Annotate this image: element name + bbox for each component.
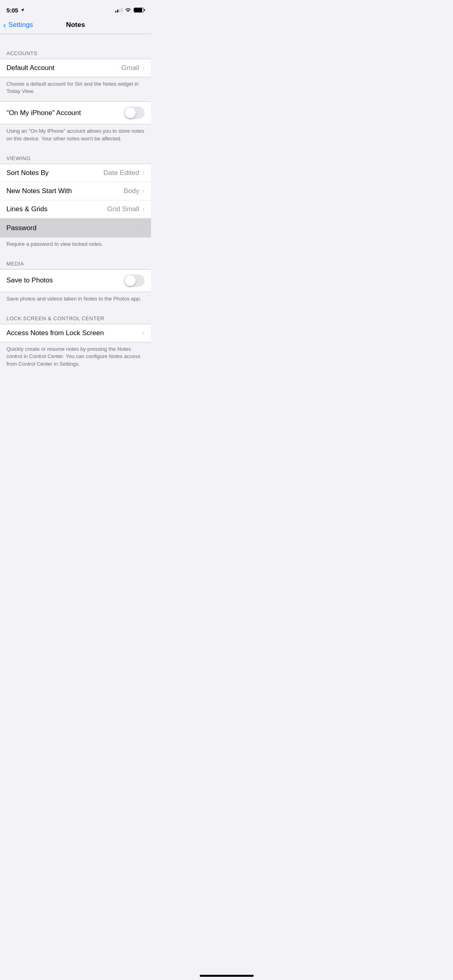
- page-title: Notes: [66, 21, 85, 29]
- signal-bars: [115, 8, 122, 12]
- new-notes-start-value: Body: [124, 187, 139, 195]
- back-chevron-icon: ‹: [3, 21, 6, 29]
- lines-grids-row[interactable]: Lines & Grids Grid Small ›: [0, 200, 151, 218]
- status-bar: 5:05: [0, 0, 151, 18]
- sort-notes-value: Date Edited: [103, 169, 139, 177]
- wifi-icon: [125, 8, 131, 12]
- sort-notes-row[interactable]: Sort Notes By Date Edited ›: [0, 164, 151, 182]
- lock-screen-description: Quickly create or resume notes by pressi…: [0, 342, 151, 392]
- nav-bar: ‹ Settings Notes: [0, 18, 151, 34]
- access-notes-lock-screen-row[interactable]: Access Notes from Lock Screen ›: [0, 324, 151, 342]
- settings-content: ACCOUNTS Default Account Gmail › Choose …: [0, 34, 151, 392]
- lock-screen-group: Access Notes from Lock Screen ›: [0, 324, 151, 342]
- lines-grids-label: Lines & Grids: [6, 205, 48, 213]
- password-description: Require a password to view locked notes.: [0, 237, 151, 254]
- toggle-knob: [125, 107, 136, 118]
- lines-grids-chevron: ›: [143, 206, 145, 213]
- media-description: Save photos and videos taken in Notes to…: [0, 292, 151, 309]
- default-account-chevron: ›: [143, 64, 145, 72]
- section-header-viewing: VIEWING: [0, 149, 151, 164]
- back-button[interactable]: ‹ Settings: [3, 21, 33, 29]
- save-to-photos-label: Save to Photos: [6, 276, 53, 284]
- status-time: 5:05: [6, 7, 18, 14]
- section-header-lock-screen: LOCK SCREEN & CONTROL CENTER: [0, 309, 151, 324]
- accounts-description: Choose a default account for Siri and th…: [0, 77, 151, 101]
- sort-notes-chevron: ›: [143, 169, 145, 177]
- sort-notes-label: Sort Notes By: [6, 169, 49, 177]
- password-label: Password: [6, 224, 37, 232]
- default-account-value: Gmail: [121, 64, 139, 72]
- section-header-accounts: ACCOUNTS: [0, 44, 151, 59]
- password-group: Password ›: [0, 219, 151, 237]
- battery-icon: [134, 8, 145, 12]
- save-to-photos-row[interactable]: Save to Photos: [0, 270, 151, 292]
- on-my-iphone-label: "On My iPhone" Account: [6, 109, 81, 117]
- lines-grids-value: Grid Small: [107, 205, 139, 213]
- access-notes-lock-screen-label: Access Notes from Lock Screen: [6, 329, 104, 337]
- back-label: Settings: [8, 21, 33, 29]
- on-my-iphone-description: Using an "On My iPhone" account allows y…: [0, 124, 151, 148]
- save-to-photos-toggle[interactable]: [124, 274, 145, 287]
- on-my-iphone-toggle[interactable]: [124, 107, 145, 119]
- access-notes-chevron: ›: [143, 329, 145, 337]
- status-icons: [115, 8, 145, 12]
- new-notes-start-label: New Notes Start With: [6, 187, 72, 195]
- new-notes-start-row[interactable]: New Notes Start With Body ›: [0, 182, 151, 200]
- default-account-label: Default Account: [6, 64, 54, 72]
- accounts-group: Default Account Gmail ›: [0, 59, 151, 77]
- new-notes-start-chevron: ›: [143, 187, 145, 195]
- on-my-iphone-row[interactable]: "On My iPhone" Account: [0, 102, 151, 124]
- password-chevron: ›: [143, 224, 145, 232]
- default-account-row[interactable]: Default Account Gmail ›: [0, 59, 151, 77]
- spacer: [0, 34, 151, 44]
- viewing-group: Sort Notes By Date Edited › New Notes St…: [0, 164, 151, 218]
- media-group: Save to Photos: [0, 269, 151, 292]
- location-arrow-icon: [21, 8, 25, 12]
- section-header-media: MEDIA: [0, 254, 151, 269]
- on-my-iphone-group: "On My iPhone" Account: [0, 101, 151, 124]
- password-row[interactable]: Password ›: [0, 219, 151, 237]
- toggle-knob-photos: [125, 275, 136, 286]
